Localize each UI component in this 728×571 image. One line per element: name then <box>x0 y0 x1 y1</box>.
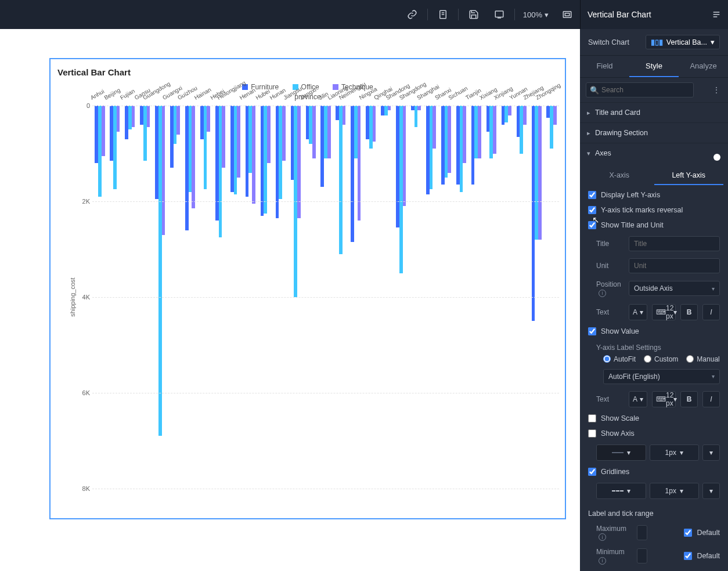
tab-style[interactable]: Style <box>629 56 679 77</box>
label-display-left-y: Display Left Y-axis <box>601 191 660 199</box>
subtab-left-y-axis[interactable]: Left Y-axis <box>654 167 724 185</box>
checkbox-show-value[interactable] <box>588 327 596 335</box>
input-maximum[interactable] <box>637 525 647 540</box>
label-text-2: Text <box>596 395 624 403</box>
tab-field[interactable]: Field <box>580 56 629 77</box>
zoom-control[interactable]: 100%▾ <box>517 10 554 19</box>
font-size-select-2[interactable]: ⌨12 px▾ <box>652 391 676 407</box>
toolbar-divider <box>458 9 459 20</box>
radio-custom[interactable]: Custom <box>644 355 678 363</box>
section-title-and-card[interactable]: ▸ Title and Card <box>580 102 728 122</box>
bold-button-2[interactable]: B <box>680 391 698 407</box>
chart-title: Vertical Bar Chart <box>51 59 565 82</box>
label-minimum: Minimumi <box>596 548 632 565</box>
section-axes[interactable]: ▾ Axes <box>580 143 728 163</box>
svg-rect-3 <box>565 13 570 16</box>
chart-type-name: Vertical Ba... <box>666 38 707 46</box>
checkbox-gridlines[interactable] <box>588 468 596 476</box>
more-menu-icon[interactable]: ⋮ <box>710 85 722 95</box>
chevron-down-icon: ▾ <box>587 150 590 157</box>
top-toolbar: 100%▾ Vertical Bar Chart <box>0 0 728 29</box>
subtab-x-axis[interactable]: X-axis <box>585 167 654 185</box>
input-axis-title[interactable] <box>629 236 720 251</box>
checkbox-min-default[interactable] <box>684 552 692 560</box>
checkbox-reverse-ticks[interactable] <box>588 206 596 214</box>
chart-type-selector[interactable]: ▮▯▮ Vertical Ba... ▾ <box>646 35 720 49</box>
info-icon[interactable]: i <box>599 533 606 541</box>
switch-chart-label: Switch Chart <box>588 38 629 46</box>
axis-line-width[interactable]: 1px▾ <box>650 444 700 461</box>
save-icon[interactable] <box>461 0 486 29</box>
label-tick-range-heading: Label and tick range <box>588 509 654 518</box>
svg-rect-1 <box>495 11 503 17</box>
input-axis-unit[interactable] <box>629 258 720 273</box>
toolbar-divider <box>427 9 428 20</box>
font-color-button-2[interactable]: A ▾ <box>629 391 647 407</box>
label-unit: Unit <box>596 262 624 270</box>
label-gridlines: Gridlines <box>601 468 629 476</box>
axis-line-style[interactable]: ▾ <box>596 444 646 461</box>
radio-autofit[interactable]: AutoFit <box>603 355 636 363</box>
fit-screen-icon[interactable] <box>554 0 580 29</box>
tab-analyze[interactable]: Analyze <box>679 56 728 77</box>
chart-plot-area: shipping_cost AnhuiBeijingFujianGansuGua… <box>74 106 559 489</box>
info-icon[interactable]: i <box>599 290 606 297</box>
switch-chart-row: Switch Chart ▮▯▮ Vertical Ba... ▾ <box>580 29 728 56</box>
font-size-select-1[interactable]: ⌨12 px▾ <box>652 304 676 320</box>
input-minimum[interactable] <box>637 548 647 563</box>
chart-card[interactable]: Vertical Bar Chart Furniture Office Tech… <box>49 58 566 519</box>
italic-button[interactable]: I <box>702 304 720 320</box>
label-default-max: Default <box>697 529 720 537</box>
label-reverse-ticks: Y-axis tick marks reversal <box>601 206 683 214</box>
search-row: 🔍 ⋮ <box>580 78 728 102</box>
label-show-scale: Show Scale <box>601 414 639 422</box>
checkbox-display-left-y[interactable] <box>588 191 596 199</box>
label-position: Positioni <box>596 280 624 297</box>
chevron-right-icon: ▸ <box>587 129 590 137</box>
checkbox-show-axis[interactable] <box>588 429 596 438</box>
checkbox-show-title-unit[interactable] <box>588 221 596 229</box>
toolbar-divider <box>514 9 515 20</box>
font-color-button[interactable]: A ▾ <box>629 304 647 320</box>
info-icon[interactable]: i <box>599 557 606 565</box>
grid-line-width[interactable]: 1px▾ <box>650 483 700 499</box>
properties-panel: Switch Chart ▮▯▮ Vertical Ba... ▾ Field … <box>580 29 728 571</box>
bold-button[interactable]: B <box>680 304 698 320</box>
panel-title: Vertical Bar Chart <box>588 10 651 19</box>
chevron-down-icon: ▾ <box>711 38 715 46</box>
grid-line-style[interactable]: ▾ <box>596 483 646 499</box>
export-icon[interactable] <box>430 0 456 29</box>
label-default-min: Default <box>697 552 720 560</box>
checkbox-show-scale[interactable] <box>588 414 596 422</box>
italic-button-2[interactable]: I <box>702 391 720 407</box>
panel-collapse-icon[interactable] <box>712 10 721 19</box>
main-area: Vertical Bar Chart Furniture Office Tech… <box>0 29 728 571</box>
link-icon[interactable] <box>399 0 425 29</box>
preview-icon[interactable] <box>486 0 512 29</box>
toolbar-tools: 100%▾ <box>399 0 580 29</box>
axes-subtabs: X-axis Left Y-axis <box>580 167 728 185</box>
chevron-down-icon: ▾ <box>545 10 549 19</box>
grid-line-color[interactable]: ▾ <box>702 483 720 499</box>
search-input[interactable] <box>586 82 694 97</box>
label-text-1: Text <box>596 308 624 316</box>
select-autofit-lang[interactable]: AutoFit (English)▾ <box>603 369 720 384</box>
svg-rect-2 <box>563 12 571 18</box>
panel-title-bar: Vertical Bar Chart <box>580 0 728 29</box>
label-title: Title <box>596 240 624 248</box>
select-position[interactable]: Outside Axis▾ <box>629 281 720 296</box>
label-ylabel-settings: Y-axis Label Settings <box>580 339 728 353</box>
label-show-title-unit: Show Title and Unit <box>601 221 664 229</box>
bar-chart-icon: ▮▯▮ <box>651 38 663 46</box>
section-drawing[interactable]: ▸ Drawing Section <box>580 122 728 143</box>
chevron-right-icon: ▸ <box>587 109 590 117</box>
label-maximum: Maximumi <box>596 525 632 541</box>
canvas-area[interactable]: Vertical Bar Chart Furniture Office Tech… <box>0 29 580 571</box>
axis-line-color[interactable]: ▾ <box>702 444 720 461</box>
zoom-value: 100% <box>523 10 542 19</box>
panel-tabs: Field Style Analyze <box>580 56 728 78</box>
search-icon: 🔍 <box>590 86 599 95</box>
label-show-value: Show Value <box>601 327 639 335</box>
radio-manual[interactable]: Manual <box>686 355 719 363</box>
checkbox-max-default[interactable] <box>684 529 692 537</box>
